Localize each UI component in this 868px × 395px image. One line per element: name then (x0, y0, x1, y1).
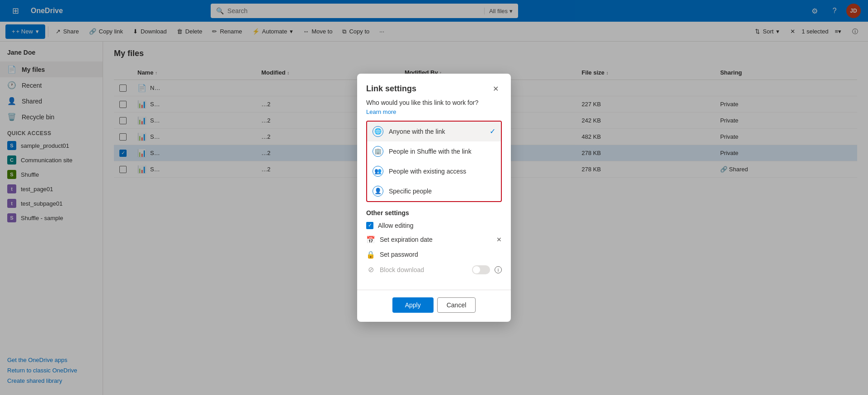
block-icon: ⊘ (366, 265, 375, 274)
other-settings-title: Other settings (366, 209, 502, 216)
link-option-existing-access[interactable]: 👥 People with existing access (367, 161, 501, 181)
allow-editing-row[interactable]: ✓ Allow editing (366, 222, 502, 229)
dialog-header: Link settings ✕ (357, 74, 511, 99)
building-icon: 🏢 (373, 146, 383, 157)
dialog-question: Who would you like this link to work for… (366, 99, 502, 106)
block-download-toggle[interactable] (472, 265, 490, 274)
globe-icon: 🌐 (373, 126, 383, 137)
info-icon[interactable]: i (495, 266, 502, 273)
link-option-people-in-shuffle[interactable]: 🏢 People in Shuffle with the link (367, 141, 501, 161)
set-password-row[interactable]: 🔒 Set password (366, 250, 502, 259)
allow-editing-checkbox[interactable]: ✓ (366, 222, 373, 229)
link-option-specific-people[interactable]: 👤 Specific people (367, 181, 501, 201)
dialog-footer: Apply Cancel (357, 290, 511, 322)
link-option-anyone[interactable]: 🌐 Anyone with the link ✓ (367, 122, 501, 141)
learn-more-link[interactable]: Learn more (366, 108, 396, 115)
dialog-title: Link settings (366, 84, 416, 94)
dialog-body: Who would you like this link to work for… (357, 99, 511, 290)
link-settings-dialog: Link settings ✕ Who would you like this … (357, 74, 511, 322)
person-icon: 👤 (373, 186, 383, 197)
dialog-overlay[interactable]: Link settings ✕ Who would you like this … (0, 0, 868, 395)
calendar-icon: 📅 (366, 235, 375, 244)
expiry-close-button[interactable]: ✕ (496, 236, 502, 243)
selected-checkmark: ✓ (490, 127, 495, 136)
link-options-group: 🌐 Anyone with the link ✓ 🏢 People in Shu… (366, 121, 502, 202)
toggle-knob (473, 266, 480, 273)
block-download-row[interactable]: ⊘ Block download i (366, 265, 502, 274)
lock-icon: 🔒 (366, 250, 375, 259)
people-icon: 👥 (373, 166, 383, 177)
apply-button[interactable]: Apply (392, 297, 434, 313)
dialog-close-button[interactable]: ✕ (489, 83, 502, 95)
set-expiration-row[interactable]: 📅 Set expiration date ✕ (366, 235, 502, 244)
cancel-button[interactable]: Cancel (437, 297, 476, 313)
